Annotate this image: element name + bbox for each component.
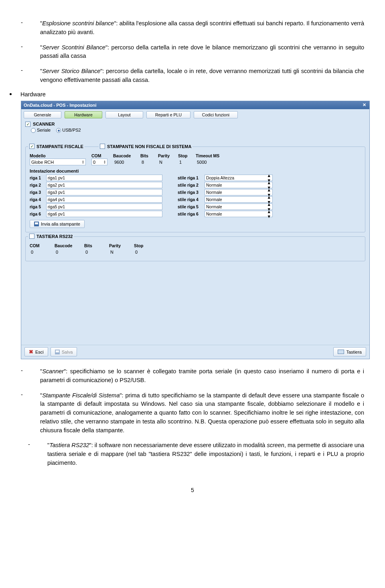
tab-generale[interactable]: Generale bbox=[24, 111, 61, 118]
riga-input[interactable]: riga3 pv1 bbox=[46, 189, 162, 195]
group-label-nonfiscale: STAMPANTE NON FISCALE DI SISTEMA bbox=[99, 144, 192, 149]
group-stampante: STAMPANTE FISCALE STAMPANTE NON FISCALE … bbox=[25, 146, 365, 232]
value-t-bits: 0 bbox=[84, 248, 103, 255]
stile-label: stile riga 5 bbox=[178, 204, 203, 209]
stile-label: stile riga 4 bbox=[178, 197, 203, 202]
stile-row: stile riga 5Normale▲▼ bbox=[178, 203, 273, 210]
field-t-bits: Bits 0 bbox=[84, 243, 103, 255]
value-timeout: 5000 bbox=[196, 159, 220, 165]
checkbox-stampante-fiscale[interactable] bbox=[29, 144, 34, 149]
field-baucode: Baucode 9600 bbox=[113, 153, 135, 165]
tastiera-params-row: COM 0 Baucode 0 Bits 0 Parity N Stop 0 bbox=[30, 243, 361, 255]
dash-icon: - bbox=[21, 367, 40, 385]
stile-label: stile riga 3 bbox=[178, 190, 203, 195]
text: "Stampante Fiscale/di Sistema": prima di… bbox=[40, 391, 364, 435]
field-t-stop: Stop 0 bbox=[134, 243, 153, 255]
spinner-icon[interactable]: ▲▼ bbox=[267, 209, 271, 219]
save-icon bbox=[55, 350, 60, 354]
settings-window: OnData.cloud - POS - Impostazioni ✕ Gene… bbox=[21, 101, 370, 360]
bullet-title: Stampante Fiscale/di Sistema bbox=[42, 392, 120, 399]
tab-codici[interactable]: Codici funzioni bbox=[194, 111, 238, 118]
field-t-parity: Parity N bbox=[109, 243, 128, 255]
stampante-nonfiscale-title: STAMPANTE NON FISCALE DI SISTEMA bbox=[107, 144, 191, 149]
group-tastiera: TASTIERA RS232 COM 0 Baucode 0 Bits 0 Pa… bbox=[25, 236, 365, 261]
window-titlebar: OnData.cloud - POS - Impostazioni ✕ bbox=[21, 101, 369, 109]
riga-label: riga 2 bbox=[30, 183, 44, 187]
field-stop: Stop 1 bbox=[178, 153, 190, 165]
keyboard-icon bbox=[338, 350, 344, 354]
stile-row: stile riga 2Normale▲▼ bbox=[178, 182, 273, 188]
radio-usb-wrap[interactable]: USB/PS2 bbox=[56, 128, 81, 133]
bullet-stampante: - "Stampante Fiscale/di Sistema": prima … bbox=[21, 391, 364, 435]
value-parity: N bbox=[158, 159, 172, 165]
value-bits: 8 bbox=[140, 159, 152, 165]
radio-usb-label: USB/PS2 bbox=[62, 128, 81, 132]
riga-row: riga 6riga6 pv1 bbox=[30, 211, 162, 217]
riga-input[interactable]: riga1 pv1 bbox=[46, 175, 162, 181]
save-icon bbox=[34, 222, 39, 226]
tab-reparti[interactable]: Reparti e PLU bbox=[146, 111, 190, 118]
radio-seriale-wrap[interactable]: Seriale bbox=[31, 128, 51, 133]
riga-row: riga 4riga4 pv1 bbox=[30, 196, 162, 203]
dash-icon: - bbox=[21, 391, 40, 435]
salva-button[interactable]: Salva bbox=[51, 347, 77, 356]
stamp-params-row: Modello Globe RCH▲▼ COM 0▲▼ Baucode 9600… bbox=[30, 153, 361, 165]
group-label-tastiera: TASTIERA RS232 bbox=[28, 234, 74, 239]
input-modello[interactable]: Globe RCH▲▼ bbox=[30, 159, 86, 165]
input-com[interactable]: 0▲▼ bbox=[91, 159, 107, 165]
riga-label: riga 3 bbox=[30, 190, 44, 195]
close-icon[interactable]: ✕ bbox=[361, 102, 367, 108]
bullet-title: Server Scontrini Bilance bbox=[42, 44, 105, 51]
riga-input[interactable]: riga4 pv1 bbox=[46, 196, 162, 203]
field-t-baucode: Baucode 0 bbox=[55, 243, 79, 255]
spinner-icon[interactable]: ▲▼ bbox=[82, 160, 84, 164]
bullet-body-a: : il software non necessariamente deve e… bbox=[91, 442, 267, 448]
text: "Esplosione scontrini bilance": abilita … bbox=[40, 19, 364, 37]
field-com: COM 0▲▼ bbox=[91, 153, 107, 165]
field-timeout: Timeout MS 5000 bbox=[196, 153, 220, 165]
radio-seriale[interactable] bbox=[31, 128, 36, 133]
window-footer: ✖ Esci Salva Tastiera bbox=[21, 345, 369, 359]
bullet-title: Esplosione scontrini bilance bbox=[42, 20, 114, 26]
riga-input[interactable]: riga5 pv1 bbox=[46, 203, 162, 210]
value-stop: 1 bbox=[178, 159, 190, 165]
riga-input[interactable]: riga6 pv1 bbox=[46, 211, 162, 217]
stile-row: stile riga 4Normale▲▼ bbox=[178, 196, 273, 203]
bullet-dot-icon bbox=[10, 93, 12, 95]
tab-layout[interactable]: Layout bbox=[105, 111, 143, 118]
stile-select[interactable]: Normale▲▼ bbox=[205, 203, 273, 210]
checkbox-stampante-nonfiscale[interactable] bbox=[100, 144, 105, 149]
bullet-tastiera: - "Tastiera RS232": il software non nece… bbox=[28, 441, 364, 467]
spinner-icon[interactable]: ▲▼ bbox=[103, 160, 106, 164]
riga-label: riga 6 bbox=[30, 212, 44, 216]
esci-button[interactable]: ✖ Esci bbox=[24, 347, 48, 356]
value-t-parity: N bbox=[109, 248, 128, 255]
field-bits: Bits 8 bbox=[140, 153, 152, 165]
stile-row: stile riga 1Doppia Altezza▲▼ bbox=[178, 175, 273, 181]
stile-select[interactable]: Normale▲▼ bbox=[205, 211, 273, 217]
field-modello: Modello Globe RCH▲▼ bbox=[30, 153, 86, 165]
dash-icon: - bbox=[21, 67, 40, 85]
bullet-title: Tastiera RS232 bbox=[49, 442, 89, 448]
stile-select[interactable]: Doppia Altezza▲▼ bbox=[205, 175, 273, 181]
checkbox-scanner[interactable] bbox=[25, 122, 30, 127]
riga-grid: riga 1riga1 pv1riga 2riga2 pv1riga 3riga… bbox=[30, 175, 361, 218]
stile-select[interactable]: Normale▲▼ bbox=[205, 182, 273, 188]
stile-label: stile riga 6 bbox=[178, 212, 203, 216]
panel-hardware: SCANNER Seriale USB/PS2 STAMPANTE FISCAL… bbox=[21, 122, 369, 345]
invia-stampante-button[interactable]: Invia alla stampante bbox=[30, 220, 85, 228]
radio-seriale-label: Seriale bbox=[37, 128, 51, 132]
scanner-options: Seriale USB/PS2 bbox=[25, 127, 365, 135]
text: "Scanner": specifichiamo se lo scanner è… bbox=[40, 367, 364, 385]
tastiera-button[interactable]: Tastiera bbox=[333, 347, 366, 356]
checkbox-tastiera[interactable] bbox=[29, 234, 34, 239]
riga-input[interactable]: riga2 pv1 bbox=[46, 182, 162, 188]
page-number: 5 bbox=[21, 487, 364, 493]
riga-row: riga 5riga5 pv1 bbox=[30, 203, 162, 210]
bullet-server-storico: - "Server Storico Bilance": percorso del… bbox=[21, 67, 364, 85]
stile-select[interactable]: Normale▲▼ bbox=[205, 189, 273, 195]
tab-hardware[interactable]: Hardware bbox=[65, 111, 102, 118]
stile-select[interactable]: Normale▲▼ bbox=[205, 196, 273, 203]
radio-usb[interactable] bbox=[56, 128, 61, 133]
bullet-server-scontrini: - "Server Scontrini Bilance": percorso d… bbox=[21, 43, 364, 61]
